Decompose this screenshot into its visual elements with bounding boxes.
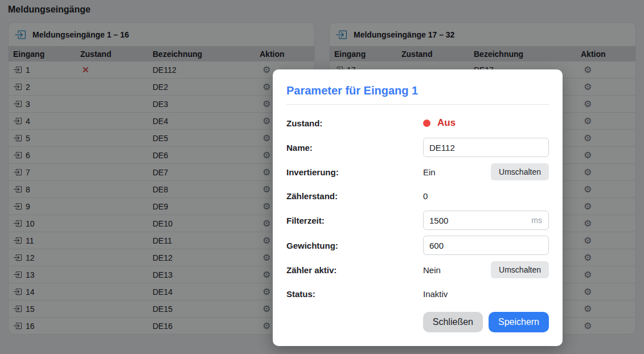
dialog-title: Parameter für Eingang 1 bbox=[286, 84, 549, 97]
zaehler-aktiv-value: Nein bbox=[423, 265, 441, 275]
name-label: Name: bbox=[286, 143, 423, 153]
invertierung-toggle-button[interactable]: Umschalten bbox=[491, 163, 549, 180]
zustand-text: Aus bbox=[437, 117, 456, 129]
name-input[interactable] bbox=[423, 138, 549, 157]
field-zaehlerstand: Zählerstand: 0 bbox=[286, 187, 549, 205]
field-filterzeit: Filterzeit: ms bbox=[286, 211, 549, 230]
gewichtung-input[interactable] bbox=[423, 236, 549, 255]
filterzeit-label: Filterzeit: bbox=[286, 216, 423, 225]
close-button[interactable]: Schließen bbox=[423, 312, 483, 332]
field-zaehler-aktiv: Zähler aktiv: Nein Umschalten bbox=[286, 261, 549, 279]
invertierung-label: Invertierung: bbox=[286, 167, 423, 177]
dialog-footer: Schließen Speichern bbox=[286, 312, 549, 332]
zaehlerstand-label: Zählerstand: bbox=[286, 191, 423, 201]
field-zustand: Zustand: Aus bbox=[286, 114, 549, 132]
zaehlerstand-value: 0 bbox=[423, 191, 549, 201]
status-dot-icon bbox=[423, 120, 430, 127]
divider bbox=[286, 104, 549, 105]
parameter-dialog: Parameter für Eingang 1 Zustand: Aus Nam… bbox=[273, 69, 563, 346]
zustand-value: Aus bbox=[423, 117, 549, 129]
field-name: Name: bbox=[286, 138, 549, 157]
field-status: Status: Inaktiv bbox=[286, 285, 549, 303]
field-gewichtung: Gewichtung: bbox=[286, 236, 549, 255]
filterzeit-input[interactable] bbox=[423, 211, 549, 230]
gewichtung-label: Gewichtung: bbox=[286, 241, 423, 250]
invertierung-value: Ein bbox=[423, 167, 436, 177]
zaehler-aktiv-label: Zähler aktiv: bbox=[286, 265, 423, 275]
filterzeit-unit: ms bbox=[531, 216, 542, 225]
status-label: Status: bbox=[286, 289, 423, 299]
zaehler-aktiv-toggle-button[interactable]: Umschalten bbox=[491, 261, 549, 278]
status-value: Inaktiv bbox=[423, 289, 549, 299]
field-invertierung: Invertierung: Ein Umschalten bbox=[286, 163, 549, 181]
save-button[interactable]: Speichern bbox=[489, 312, 549, 332]
zustand-label: Zustand: bbox=[286, 118, 423, 128]
